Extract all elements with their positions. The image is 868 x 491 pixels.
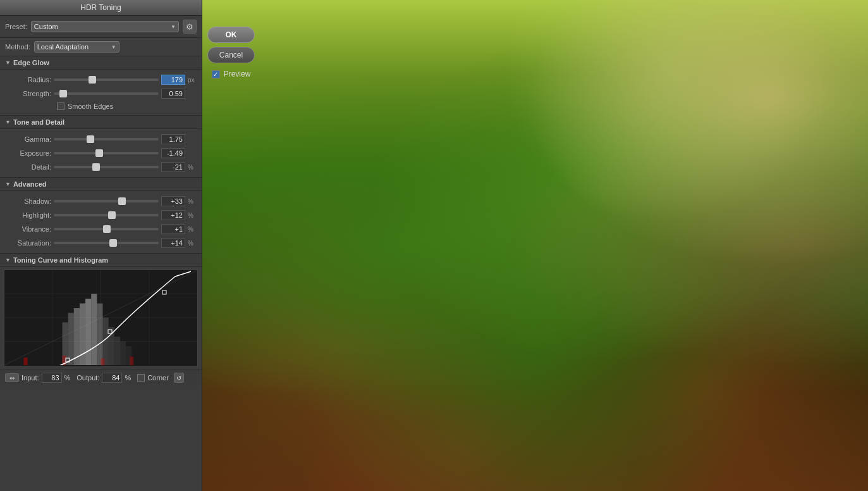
vibrance-row: Vibrance: % — [0, 222, 202, 236]
svg-rect-10 — [80, 304, 85, 366]
preset-label: Preset: — [5, 23, 27, 30]
shadow-slider[interactable] — [54, 200, 159, 202]
strength-row: Strength: — [0, 87, 202, 101]
curve-bottom-bar: ⇔ Input: % Output: % Corner ↺ — [0, 370, 202, 385]
toning-curve-header[interactable]: ▼ Toning Curve and Histogram — [0, 254, 202, 267]
vibrance-slider[interactable] — [54, 228, 159, 230]
exposure-row: Exposure: — [0, 146, 202, 160]
detail-unit: % — [188, 164, 197, 171]
highlight-input[interactable] — [161, 210, 185, 220]
detail-row: Detail: % — [0, 160, 202, 174]
reset-button[interactable]: ↺ — [174, 373, 184, 383]
toning-section: ▼ Toning Curve and Histogram — [0, 254, 202, 385]
svg-rect-15 — [109, 327, 114, 365]
strength-slider[interactable] — [54, 92, 159, 95]
toning-curve-arrow: ▼ — [5, 257, 11, 263]
highlight-unit: % — [188, 212, 197, 219]
saturation-unit: % — [188, 240, 197, 247]
saturation-input[interactable] — [161, 238, 185, 248]
radius-row: Radius: px — [0, 73, 202, 87]
curve-svg — [4, 270, 197, 365]
gamma-row: Gamma: — [0, 132, 202, 146]
preview-row: ✓ Preview — [212, 67, 251, 81]
saturation-row: Saturation: % — [0, 236, 202, 250]
advanced-header[interactable]: ▼ Advanced — [0, 178, 202, 191]
edge-glow-header[interactable]: ▼ Edge Glow — [0, 56, 202, 70]
svg-rect-13 — [97, 304, 102, 366]
output-value[interactable] — [102, 373, 122, 383]
detail-slider[interactable] — [54, 166, 159, 168]
gamma-slider[interactable] — [54, 138, 159, 140]
method-row: Method: Local Adaptation Equalize Histog… — [0, 38, 202, 56]
panel-scroll: ▼ Edge Glow Radius: px Strength: — [0, 56, 202, 491]
svg-rect-17 — [120, 342, 126, 366]
preset-row: Preset: Custom Default Photorealistic Su… — [0, 16, 202, 38]
gamma-label: Gamma: — [10, 135, 51, 143]
edge-glow-arrow: ▼ — [5, 59, 11, 66]
right-panel: OK Cancel ✓ Preview — [202, 0, 868, 491]
svg-rect-11 — [85, 299, 91, 365]
svg-rect-21 — [101, 359, 105, 366]
dialog-title: HDR Toning — [0, 0, 202, 16]
forest-image — [202, 0, 868, 491]
output-unit: % — [125, 374, 131, 382]
svg-rect-12 — [91, 294, 97, 366]
svg-rect-22 — [130, 357, 133, 366]
corner-checkbox[interactable] — [137, 374, 145, 382]
tone-detail-title: Tone and Detail — [13, 118, 64, 126]
svg-rect-8 — [68, 313, 74, 366]
smooth-edges-checkbox[interactable] — [57, 103, 64, 110]
smooth-edges-row: Smooth Edges — [0, 101, 202, 112]
shadow-unit: % — [188, 198, 197, 205]
tone-detail-header[interactable]: ▼ Tone and Detail — [0, 116, 202, 129]
advanced-arrow: ▼ — [5, 181, 11, 187]
arrows-icon: ⇔ — [9, 375, 15, 382]
strength-label: Strength: — [10, 90, 51, 97]
vibrance-input[interactable] — [161, 224, 185, 234]
svg-rect-26 — [162, 290, 166, 294]
radius-input[interactable] — [161, 75, 185, 85]
advanced-title: Advanced — [13, 180, 47, 188]
vibrance-unit: % — [188, 226, 197, 233]
highlight-row: Highlight: % — [0, 208, 202, 222]
exposure-slider[interactable] — [54, 152, 159, 154]
gamma-input[interactable] — [161, 134, 185, 144]
method-label: Method: — [5, 43, 30, 51]
svg-rect-16 — [114, 337, 120, 365]
input-unit: % — [64, 374, 71, 382]
edge-glow-content: Radius: px Strength: Smooth Edges — [0, 70, 202, 116]
toning-curve-title: Toning Curve and Histogram — [13, 256, 108, 264]
method-select[interactable]: Local Adaptation Equalize Histogram High… — [34, 41, 119, 53]
svg-rect-19 — [24, 357, 28, 365]
cancel-button[interactable]: Cancel — [207, 47, 255, 63]
strength-input[interactable] — [161, 89, 185, 99]
radius-label: Radius: — [10, 76, 51, 84]
check-icon: ✓ — [213, 71, 218, 78]
gear-button[interactable]: ⚙ — [183, 20, 197, 34]
vibrance-label: Vibrance: — [10, 225, 51, 233]
saturation-label: Saturation: — [10, 239, 51, 247]
shadow-input[interactable] — [161, 196, 185, 206]
shadow-row: Shadow: % — [0, 194, 202, 208]
radius-unit: px — [188, 77, 197, 84]
left-panel: HDR Toning Preset: Custom Default Photor… — [0, 0, 202, 491]
tone-detail-content: Gamma: Exposure: Detail: % — [0, 129, 202, 178]
highlight-label: Highlight: — [10, 211, 51, 219]
input-label: Input: — [21, 374, 39, 382]
preset-select[interactable]: Custom Default Photorealistic Surrealist… — [31, 21, 179, 32]
saturation-slider[interactable] — [54, 242, 159, 244]
ok-button[interactable]: OK — [207, 27, 255, 43]
detail-input[interactable] — [161, 162, 185, 172]
exposure-input[interactable] — [161, 148, 185, 158]
detail-label: Detail: — [10, 163, 51, 171]
preview-checkbox[interactable]: ✓ — [212, 70, 220, 78]
reset-icon: ↺ — [176, 375, 181, 382]
curve-nav-button[interactable]: ⇔ — [5, 373, 19, 382]
tone-detail-arrow: ▼ — [5, 119, 11, 125]
input-value[interactable] — [42, 373, 62, 383]
exposure-label: Exposure: — [10, 149, 51, 157]
toning-curve-canvas[interactable] — [4, 270, 198, 367]
radius-slider[interactable] — [54, 78, 159, 81]
advanced-content: Shadow: % Highlight: % Vibrance: — [0, 191, 202, 254]
highlight-slider[interactable] — [54, 214, 159, 216]
